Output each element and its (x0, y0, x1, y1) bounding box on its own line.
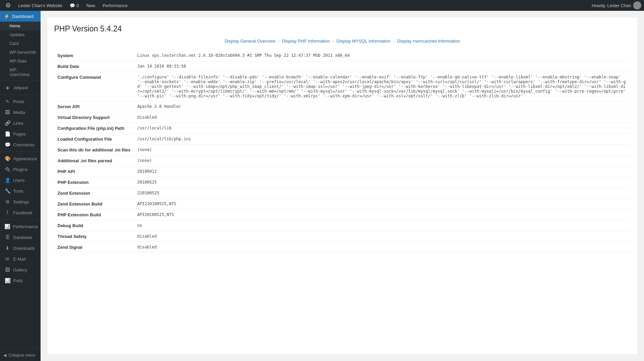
nav-link-php[interactable]: Display PHP Information (282, 39, 330, 44)
sidebar-item-downloads[interactable]: ⬇ Downloads (0, 243, 41, 254)
email-icon: ✉ (4, 256, 10, 262)
howdy-greeting: Howdy, Lester Chan (592, 1, 641, 9)
performance-link[interactable]: Performance (100, 0, 130, 11)
sidebar-item-performance[interactable]: 📊 Performance (0, 221, 41, 232)
appearance-label: Appearance (13, 156, 37, 161)
sidebar-item-wp-stats[interactable]: WP-Stats (0, 57, 41, 66)
table-cell-value: disabled (134, 231, 630, 242)
downloads-label: Downloads (13, 246, 35, 251)
sidebar-item-tools[interactable]: 🔧 Tools (0, 186, 41, 196)
gallery-label: Gallery (13, 267, 27, 272)
table-row: Additional .ini files parsed(none) (54, 155, 630, 166)
sidebar-item-home[interactable]: Home (0, 22, 41, 30)
sidebar-item-users[interactable]: 👤 Users (0, 175, 41, 186)
plugins-label: Plugins (13, 167, 28, 172)
sidebar-item-comments[interactable]: 💬 Comments (0, 139, 41, 150)
table-cell-value: (none) (134, 145, 630, 155)
sidebar-item-appearance[interactable]: 🎨 Appearance (0, 153, 41, 164)
nav-link-mysql[interactable]: Display MYSQL Information (336, 39, 390, 44)
pages-icon: 📄 (4, 131, 10, 137)
email-label: E-Mail (13, 257, 26, 262)
jetpack-label: Jetpack (13, 85, 28, 90)
sidebar-item-posts[interactable]: ✎ Posts (0, 96, 41, 107)
sidebar-item-email[interactable]: ✉ E-Mail (0, 254, 41, 264)
polls-label: Polls (13, 278, 23, 283)
sidebar-item-updates[interactable]: Updates (0, 30, 41, 39)
table-cell-key: Server API (54, 101, 134, 112)
comments-nav-icon: 💬 (4, 142, 10, 147)
sidebar-item-cacti[interactable]: Cacti (0, 39, 41, 48)
table-row: Zend Signaldisabled (54, 242, 630, 253)
table-cell-value: (none) (134, 155, 630, 166)
updates-label: Updates (9, 32, 25, 37)
collapse-menu-button[interactable]: ◀ Collapse menu (0, 350, 41, 361)
sidebar-item-wp-useronline[interactable]: WP-UserOnline (0, 66, 41, 79)
sidebar-item-plugins[interactable]: 🔌 Plugins (0, 164, 41, 175)
comments-label: Comments (13, 142, 34, 147)
table-cell-key: PHP API (54, 166, 134, 177)
media-label: Media (13, 110, 25, 115)
menu-separator-4 (0, 219, 41, 220)
admin-bar: ⚙ Lester Chan's Website 💬 0 New Performa… (0, 0, 644, 11)
page-title: PHP Version 5.4.24 (54, 24, 630, 33)
sidebar-item-dashboard[interactable]: ⚡ Dashboard (0, 11, 41, 22)
polls-icon: 📊 (4, 278, 10, 283)
appearance-icon: 🎨 (4, 156, 10, 161)
sidebar-item-links[interactable]: 🔗 Links (0, 118, 41, 128)
table-row: Thread Safetydisabled (54, 231, 630, 242)
table-cell-key: Scan this dir for additional .ini files (54, 145, 134, 155)
performance-sidebar-label: Performance (13, 224, 38, 229)
wp-logo-icon[interactable]: ⚙ (3, 0, 14, 11)
table-cell-value: API220100525,NTS (134, 199, 630, 210)
home-label: Home (9, 24, 20, 28)
table-cell-key: Loaded Configuration File (54, 134, 134, 145)
downloads-icon: ⬇ (4, 245, 10, 251)
sidebar-item-facebook[interactable]: f Facebook (0, 207, 41, 218)
wp-serverinfo-label: WP-ServerInfo (9, 50, 36, 55)
table-cell-value: disabled (134, 112, 630, 123)
dashboard-section: ⚡ Dashboard (0, 11, 41, 22)
table-cell-value: 220100525 (134, 188, 630, 199)
plugins-icon: 🔌 (4, 167, 10, 172)
sidebar-item-gallery[interactable]: 🖼 Gallery (0, 264, 41, 275)
tools-icon: 🔧 (4, 188, 10, 194)
table-cell-value: /usr/local/lib/php.ini (134, 134, 630, 145)
posts-label: Posts (13, 99, 24, 104)
nav-link-general[interactable]: Display General Overview (224, 39, 275, 44)
jetpack-icon: ◈ (4, 85, 10, 90)
table-cell-value: Jan 14 2014 09:33:58 (134, 61, 630, 72)
nav-sep-1: - (278, 39, 281, 44)
table-cell-key: Thread Safety (54, 231, 134, 242)
sidebar-item-wp-serverinfo[interactable]: WP-ServerInfo (0, 48, 41, 57)
table-cell-value: API20100525,NTS (134, 210, 630, 220)
table-row: Scan this dir for additional .ini files(… (54, 145, 630, 155)
site-name[interactable]: Lester Chan's Website (16, 0, 65, 11)
table-row: PHP API20100412 (54, 166, 630, 177)
posts-icon: ✎ (4, 99, 10, 104)
facebook-icon: f (4, 210, 10, 215)
table-cell-value: 20100525 (134, 177, 630, 188)
sidebar-item-pages[interactable]: 📄 Pages (0, 128, 41, 139)
table-cell-value: no (134, 220, 630, 231)
wp-stats-label: WP-Stats (9, 59, 27, 64)
new-content-button[interactable]: New (84, 0, 98, 11)
table-cell-key: Virtual Directory Support (54, 112, 134, 123)
table-cell-key: Zend Signal (54, 242, 134, 253)
nav-link-memcached[interactable]: Display memcached Information (397, 39, 460, 44)
wp-useronline-label: WP-UserOnline (9, 68, 37, 77)
dashboard-icon: ⚡ (3, 14, 9, 19)
avatar (633, 1, 641, 9)
sidebar-item-media[interactable]: 🖼 Media (0, 107, 41, 118)
sidebar-item-settings[interactable]: ⚙ Settings (0, 196, 41, 207)
facebook-label: Facebook (13, 210, 32, 215)
table-row: Loaded Configuration File/usr/local/lib/… (54, 134, 630, 145)
table-cell-key: Debug Build (54, 220, 134, 231)
sidebar-item-polls[interactable]: 📊 Polls (0, 275, 41, 286)
admin-menu: ⚡ Dashboard Home Updates Cacti WP-Server… (0, 11, 41, 361)
table-cell-key: PHP Extension (54, 177, 134, 188)
database-icon: 🗄 (4, 235, 10, 240)
sidebar-item-jetpack[interactable]: ◈ Jetpack (0, 82, 41, 93)
comments-link[interactable]: 💬 0 (67, 0, 81, 11)
table-cell-value: /usr/local/lib (134, 123, 630, 134)
sidebar-item-database[interactable]: 🗄 Database (0, 232, 41, 243)
